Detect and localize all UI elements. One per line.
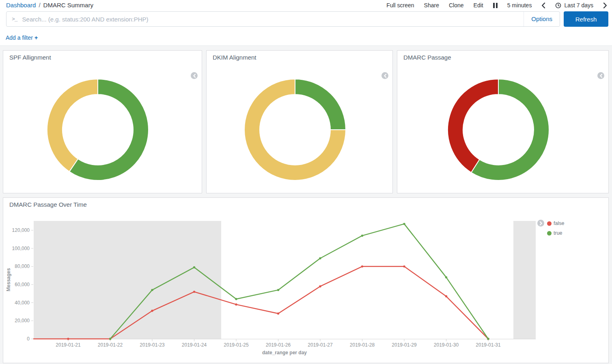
svg-text:2019-01-27: 2019-01-27 bbox=[308, 342, 333, 348]
legend-item-false[interactable]: false bbox=[547, 221, 564, 226]
full-screen-button[interactable]: Full screen bbox=[386, 2, 414, 9]
svg-text:2019-01-25: 2019-01-25 bbox=[224, 342, 249, 348]
console-prompt-icon: >_ bbox=[12, 16, 17, 22]
svg-text:2019-01-22: 2019-01-22 bbox=[98, 342, 123, 348]
clock-icon bbox=[555, 2, 561, 9]
legend-label-true: true bbox=[554, 230, 562, 236]
panel-dmarc-passage-over-time: DMARC Passage Over Time 2019-01-212019-0… bbox=[3, 197, 609, 363]
legend-collapse-icon[interactable] bbox=[381, 72, 388, 79]
share-button[interactable]: Share bbox=[424, 2, 439, 9]
filter-bar: Add a filter+ bbox=[6, 34, 38, 41]
spf-donut-chart[interactable] bbox=[45, 77, 151, 182]
time-forward-icon[interactable] bbox=[603, 2, 607, 9]
panel-dmarc-passage: DMARC Passage bbox=[397, 50, 609, 193]
legend-dot-true bbox=[547, 231, 552, 236]
refresh-button[interactable]: Refresh bbox=[564, 11, 608, 27]
clone-button[interactable]: Clone bbox=[449, 2, 464, 9]
breadcrumb: Dashboard / DMARC Summary bbox=[6, 2, 93, 9]
svg-text:60,000: 60,000 bbox=[15, 282, 30, 287]
panel-title: DMARC Passage bbox=[397, 51, 608, 61]
add-filter-link[interactable]: Add a filter+ bbox=[6, 34, 38, 41]
breadcrumb-dashboard-link[interactable]: Dashboard bbox=[6, 2, 36, 9]
search-box: >_ Options bbox=[6, 11, 560, 27]
panel-title: SPF Allignment bbox=[3, 51, 202, 61]
legend-collapse-icon[interactable] bbox=[597, 72, 604, 79]
dmarc-donut-chart[interactable] bbox=[446, 77, 551, 182]
time-back-icon[interactable] bbox=[541, 2, 545, 9]
svg-text:100,000: 100,000 bbox=[12, 246, 30, 251]
legend-dot-false bbox=[547, 221, 552, 226]
dkim-donut-chart[interactable] bbox=[242, 77, 348, 182]
add-filter-label: Add a filter bbox=[6, 34, 33, 41]
legend-label-false: false bbox=[554, 221, 564, 226]
dashboard-top-menu: Full screen Share Clone Edit 5 minutes L… bbox=[386, 0, 607, 11]
dmarc-over-time-chart[interactable]: 2019-01-212019-01-222019-01-232019-01-24… bbox=[3, 198, 608, 363]
svg-text:2019-01-24: 2019-01-24 bbox=[182, 342, 207, 348]
query-bar: >_ Options Refresh bbox=[6, 11, 608, 27]
panel-title: DKIM Alignment bbox=[207, 51, 392, 61]
svg-text:2019-01-21: 2019-01-21 bbox=[56, 342, 81, 348]
svg-text:2019-01-30: 2019-01-30 bbox=[434, 342, 459, 348]
time-range-picker[interactable]: Last 7 days bbox=[555, 2, 593, 9]
panel-spf-allignment: SPF Allignment bbox=[3, 50, 202, 193]
svg-text:2019-01-29: 2019-01-29 bbox=[392, 342, 417, 348]
svg-text:2019-01-26: 2019-01-26 bbox=[266, 342, 291, 348]
plus-icon: + bbox=[34, 34, 38, 41]
chart-legend: false true bbox=[537, 220, 564, 236]
svg-text:date_range per day: date_range per day bbox=[262, 350, 307, 355]
search-options-link[interactable]: Options bbox=[524, 12, 560, 26]
svg-text:20,000: 20,000 bbox=[15, 318, 30, 323]
svg-text:2019-01-28: 2019-01-28 bbox=[350, 342, 375, 348]
svg-text:40,000: 40,000 bbox=[15, 300, 30, 306]
refresh-interval-label[interactable]: 5 minutes bbox=[507, 2, 532, 9]
legend-expand-icon[interactable] bbox=[537, 220, 544, 227]
svg-text:2019-01-23: 2019-01-23 bbox=[140, 342, 165, 348]
svg-text:80,000: 80,000 bbox=[15, 263, 30, 269]
search-input[interactable] bbox=[17, 16, 524, 23]
edit-button[interactable]: Edit bbox=[474, 2, 483, 9]
legend-item-true[interactable]: true bbox=[547, 230, 564, 236]
pause-icon[interactable] bbox=[493, 3, 498, 8]
svg-text:0: 0 bbox=[27, 336, 30, 342]
svg-text:2019-01-31: 2019-01-31 bbox=[476, 342, 501, 348]
svg-text:120,000: 120,000 bbox=[12, 227, 30, 233]
svg-text:Messages: Messages bbox=[6, 268, 11, 291]
kibana-dashboard-page: Dashboard / DMARC Summary Full screen Sh… bbox=[0, 0, 612, 364]
panel-dkim-alignment: DKIM Alignment bbox=[206, 50, 393, 193]
breadcrumb-current: DMARC Summary bbox=[43, 2, 93, 9]
time-range-label: Last 7 days bbox=[564, 2, 593, 9]
legend-collapse-icon[interactable] bbox=[191, 72, 198, 79]
breadcrumb-separator: / bbox=[39, 2, 40, 9]
